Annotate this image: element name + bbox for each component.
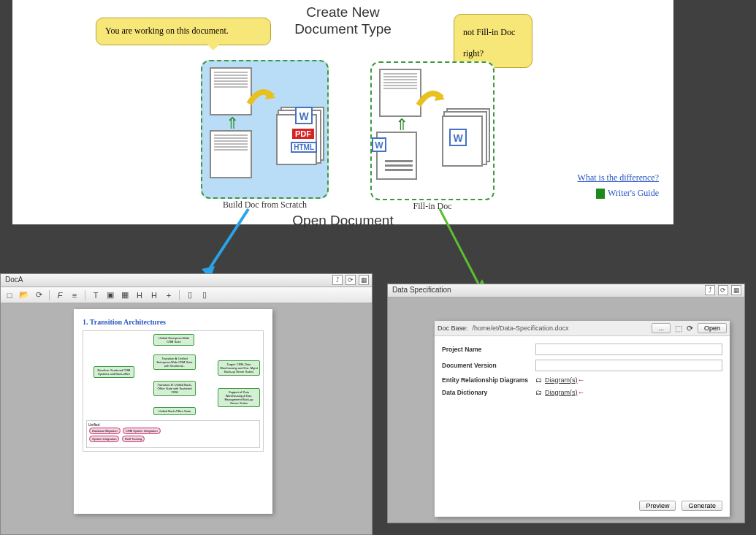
image-icon[interactable]: ▣ — [104, 289, 116, 301]
form-doc-icon: W — [376, 132, 417, 180]
form-panel: Doc Base: /home/et/Data-Specification.do… — [435, 321, 730, 517]
titlebar: Data Specification ⤴ ⟳ ▦ — [388, 284, 744, 297]
field-label: Document Version — [442, 362, 535, 369]
option-build-from-scratch[interactable]: ⇑ W PDF HTML Build Doc from Scratch — [201, 60, 329, 199]
doc-icon — [596, 189, 605, 199]
button-bar: Preview Generate — [639, 501, 722, 511]
section-icon[interactable]: H — [148, 289, 160, 301]
remove-icon[interactable]: ← — [578, 388, 585, 396]
work-package: Database Migration — [89, 428, 121, 434]
svg-line-0 — [207, 209, 248, 272]
diagram-icon: 🗂 — [535, 376, 542, 384]
option-fillin-doc[interactable]: ⇑ W W Fill-in Doc — [370, 61, 495, 200]
layout-icon[interactable]: ▦ — [359, 275, 369, 285]
field-label: Entity Relationship Diagrams — [442, 376, 535, 384]
doc-base-row: Doc Base: /home/et/Data-Specification.do… — [435, 321, 730, 336]
export-icon[interactable]: ⤴ — [705, 285, 715, 295]
callout-working-doc: You are working on this document. — [96, 18, 271, 45]
heading-l2: Document Type — [294, 21, 392, 37]
unified-group: Unified Database Migration CRM System In… — [86, 420, 260, 448]
doc-base-label: Doc Base: — [438, 325, 468, 332]
callout-not-fillin: not Fill-in Doc right? — [454, 14, 532, 68]
doca-window: DocA ⤴ ⟳ ▦ □ 📂 ⟳ F ≡ T ▣ ▦ H H + ▯ ▯ 1. … — [0, 273, 373, 535]
diagram-node: Target: CRM, Data Warehousing and Doc. M… — [218, 360, 260, 376]
svg-line-1 — [440, 209, 482, 291]
work-package: CRM System Integration — [123, 428, 161, 434]
form-row-erd: Entity Relationship Diagrams 🗂 Diagram(s… — [442, 376, 722, 384]
document-page: 1. Transition Architectures Unified Ente… — [74, 309, 272, 514]
create-doc-panel: Create New Document Type You are working… — [12, 0, 673, 224]
list-icon[interactable]: ≡ — [69, 289, 80, 301]
callout-text: not Fill-in Doc — [463, 27, 515, 37]
arrow-icon — [416, 83, 446, 114]
form-row-project: Project Name — [442, 344, 722, 355]
callout-text: right? — [463, 48, 484, 58]
work-package: Staff Training — [122, 436, 145, 442]
add-icon[interactable]: + — [163, 289, 175, 301]
new-icon[interactable]: □ — [4, 289, 15, 301]
refresh-icon[interactable]: ⟳ — [345, 275, 356, 285]
window-title: Data Specification — [392, 286, 451, 294]
heading-l1: Create New — [306, 4, 379, 20]
field-label: Data Dictionary — [442, 389, 535, 396]
field-label: Project Name — [442, 346, 535, 353]
panel-heading: Create New Document Type — [294, 4, 392, 38]
open-document-heading: Open Document — [292, 213, 393, 229]
toolbar: □ 📂 ⟳ F ≡ T ▣ ▦ H H + ▯ ▯ — [1, 287, 372, 303]
diagram-node: Baseline: Scattered CRM Systems and Back… — [93, 366, 134, 378]
project-name-input[interactable] — [535, 344, 722, 355]
link-text: Writer's Guide — [608, 188, 659, 198]
arrow-to-doca — [197, 206, 256, 282]
callout-text: You are working on this document. — [105, 26, 229, 36]
reveal-icon[interactable]: ⬚ — [675, 324, 682, 333]
group-label: Unified — [88, 422, 100, 427]
page-icon[interactable]: ▯ — [184, 289, 196, 301]
open-icon[interactable]: 📂 — [18, 289, 30, 301]
word-badge-icon: W — [449, 129, 467, 146]
section-icon[interactable]: H — [134, 289, 145, 301]
generate-button[interactable]: Generate — [681, 501, 722, 511]
layout-icon[interactable]: ▦ — [731, 285, 741, 295]
refresh-icon[interactable]: ⟳ — [718, 285, 728, 295]
text-icon[interactable]: T — [90, 289, 102, 301]
pdf-badge-icon: PDF — [292, 129, 314, 139]
difference-link[interactable]: What is the difference? — [578, 172, 659, 183]
diagrams-link[interactable]: Diagram(s) — [545, 376, 578, 384]
work-package: System Integration — [89, 436, 119, 442]
diagrams-link[interactable]: Diagram(s) — [545, 389, 578, 396]
form-row-version: Document Version — [442, 360, 722, 371]
help-links: What is the difference? Writer's Guide — [578, 172, 659, 199]
diagram: Unified Enterprise-Wide CRM Suite Baseli… — [83, 330, 264, 452]
open-button[interactable]: Open — [698, 323, 727, 333]
titlebar: DocA ⤴ ⟳ ▦ — [1, 274, 372, 287]
font-icon[interactable]: F — [54, 289, 66, 301]
html-badge-icon: HTML — [291, 142, 317, 153]
window-title: DocA — [5, 276, 23, 284]
up-arrows-icon: ⇑ — [226, 114, 239, 133]
doc-icon — [210, 130, 252, 178]
word-badge-icon: W — [372, 137, 386, 152]
refresh-icon[interactable]: ⟳ — [33, 289, 45, 301]
diagram-node: Transition A: Unified Enterprise-Wide CR… — [153, 354, 196, 370]
refresh-icon[interactable]: ⟳ — [687, 324, 693, 333]
arrow-icon — [246, 82, 277, 113]
writers-guide-link[interactable]: Writer's Guide — [578, 188, 659, 199]
diagram-node: Unified Enterprise-Wide CRM Suite — [153, 334, 194, 346]
diagram-node: Support of Data Warehousing & Doc. Manag… — [218, 388, 260, 407]
pages-icon[interactable]: ▯ — [199, 289, 210, 301]
diagram-node: Transition B: Unified Back-Office Suite … — [153, 381, 196, 396]
table-icon[interactable]: ▦ — [119, 289, 131, 301]
word-badge-icon: W — [295, 107, 313, 124]
diagram-icon: 🗂 — [535, 389, 542, 396]
diagram-node: Unified Back-Office Suite — [153, 407, 196, 415]
remove-icon[interactable]: ← — [578, 376, 585, 384]
form-row-dd: Data Dictionary 🗂 Diagram(s) ← — [442, 388, 722, 396]
document-version-input[interactable] — [535, 360, 722, 371]
browse-button[interactable]: ... — [652, 323, 671, 333]
export-icon[interactable]: ⤴ — [332, 275, 343, 285]
data-spec-window: Data Specification ⤴ ⟳ ▦ Doc Base: /home… — [387, 284, 745, 523]
doc-section-title: 1. Transition Architectures — [83, 318, 264, 326]
doc-base-path: /home/et/Data-Specification.docx — [473, 325, 648, 332]
preview-button[interactable]: Preview — [639, 501, 676, 511]
